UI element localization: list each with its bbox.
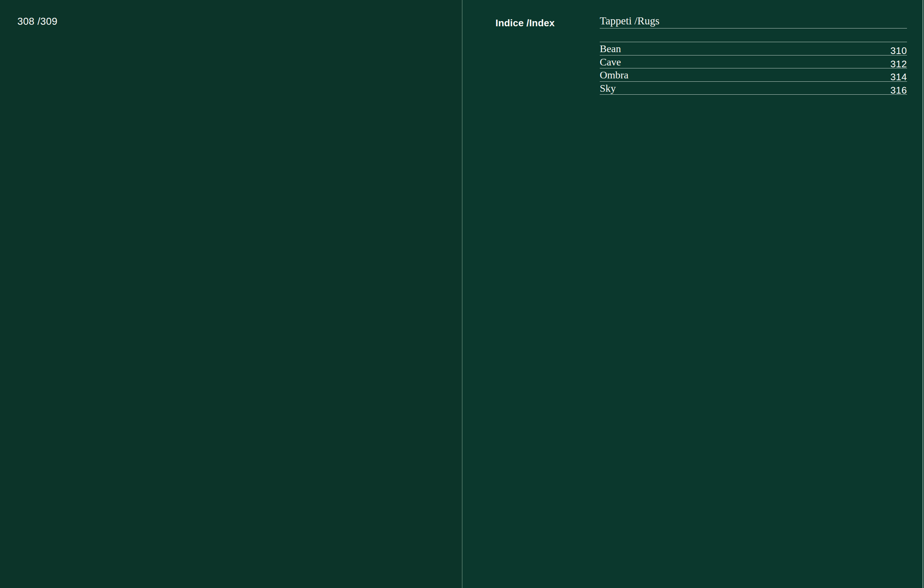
- index-entry-name: Bean: [600, 43, 621, 55]
- spine-divider: [462, 0, 462, 588]
- index-entry-page: 316: [890, 85, 907, 96]
- index-entry-row: Ombra 314: [600, 68, 907, 81]
- index-entry-page: 312: [890, 58, 907, 69]
- index-category-header: Tappeti /Rugs: [600, 15, 907, 28]
- index-entry-name: Cave: [600, 56, 621, 68]
- index-entry-row: Cave 312: [600, 55, 907, 68]
- index-entry-row: Sky 316: [600, 81, 907, 95]
- index-entry-name: Ombra: [600, 69, 629, 81]
- index-entry-name: Sky: [600, 83, 616, 94]
- index-table: Bean 310 Cave 312 Ombra 314 Sky 316: [600, 42, 907, 95]
- page-edge-line: [922, 0, 923, 588]
- index-entry-page: 310: [890, 45, 907, 56]
- index-entry-row: Bean 310: [600, 42, 907, 55]
- catalog-spread: 308 /309 Indice /Index Tappeti /Rugs Bea…: [0, 0, 924, 588]
- index-entry-page: 314: [890, 71, 907, 83]
- index-section-label: Indice /Index: [495, 18, 554, 28]
- page-folio: 308 /309: [17, 16, 57, 27]
